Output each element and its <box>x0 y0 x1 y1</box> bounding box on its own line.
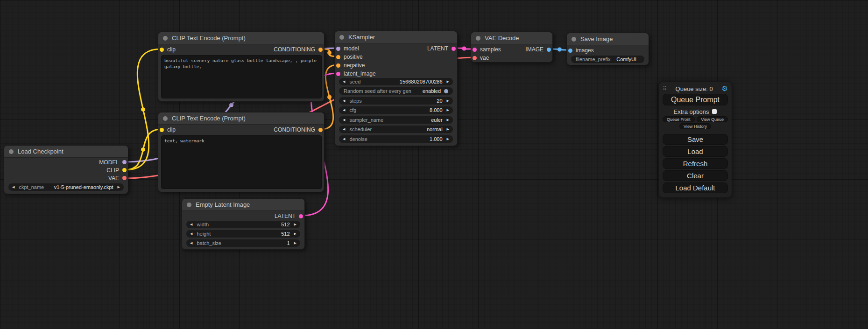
decrement-arrow-icon[interactable]: ◀ <box>343 127 345 131</box>
output-slot-model[interactable]: MODEL <box>4 158 128 166</box>
increment-arrow-icon[interactable]: ▶ <box>118 185 120 189</box>
increment-arrow-icon[interactable]: ▶ <box>447 137 449 141</box>
increment-arrow-icon[interactable]: ▶ <box>447 99 449 103</box>
queue-front-button[interactable]: Queue Front <box>663 116 695 122</box>
clear-button[interactable]: Clear <box>663 170 728 181</box>
prompt-textarea[interactable]: beautiful scenery nature glass bottle la… <box>161 55 322 98</box>
widget-filename-prefix[interactable]: filename_prefix ComfyUI <box>571 56 644 63</box>
increment-arrow-icon[interactable]: ▶ <box>294 232 296 236</box>
node-ksampler[interactable]: KSampler model LATENT positive negative … <box>334 31 458 146</box>
output-dot-clip[interactable] <box>122 168 127 172</box>
decrement-arrow-icon[interactable]: ◀ <box>190 232 192 236</box>
increment-arrow-icon[interactable]: ▶ <box>447 80 449 84</box>
widget-height[interactable]: ◀ height 512 ▶ <box>186 230 300 238</box>
input-dot-positive[interactable] <box>336 55 340 59</box>
widget-scheduler[interactable]: ◀ scheduler normal ▶ <box>339 126 453 133</box>
input-dot-vae[interactable] <box>473 56 477 60</box>
input-dot-latent-image[interactable] <box>336 72 340 76</box>
load-button[interactable]: Load <box>663 146 728 157</box>
output-dot-latent[interactable] <box>452 47 456 51</box>
prompt-textarea[interactable]: text, watermark <box>161 135 322 189</box>
input-dot-clip[interactable] <box>160 128 164 132</box>
input-slot-positive[interactable]: positive <box>335 53 457 61</box>
output-slot-clip[interactable]: CLIP <box>4 166 128 174</box>
collapse-toggle-icon[interactable] <box>9 149 14 154</box>
output-slot-conditioning[interactable]: CONDITIONING <box>274 126 324 134</box>
node-clip-text-encode-positive[interactable]: CLIP Text Encode (Prompt) clip CONDITION… <box>158 32 325 102</box>
node-title-bar[interactable]: Load Checkpoint <box>4 146 128 158</box>
increment-arrow-icon[interactable]: ▶ <box>447 118 449 122</box>
wire-midpoint-dot[interactable] <box>557 48 562 52</box>
input-dot-model[interactable] <box>336 47 340 51</box>
node-load-checkpoint[interactable]: Load Checkpoint MODEL CLIP VAE ◀ ckpt_na… <box>4 145 128 194</box>
output-slot-image[interactable]: IMAGE <box>525 45 552 54</box>
node-title-bar[interactable]: Save Image <box>567 33 649 45</box>
decrement-arrow-icon[interactable]: ◀ <box>190 223 192 226</box>
wire-midpoint-dot[interactable] <box>141 147 145 152</box>
decrement-arrow-icon[interactable]: ◀ <box>343 118 345 122</box>
output-dot-image[interactable] <box>547 48 551 52</box>
decrement-arrow-icon[interactable]: ◀ <box>343 108 345 112</box>
input-slot-latent-image[interactable]: latent_image <box>335 70 457 78</box>
toggle-knob[interactable] <box>444 89 448 93</box>
increment-arrow-icon[interactable]: ▶ <box>294 241 296 245</box>
view-queue-button[interactable]: View Queue <box>697 116 728 122</box>
collapse-toggle-icon[interactable] <box>339 35 344 40</box>
widget-sampler-name[interactable]: ◀ sampler_name euler ▶ <box>339 116 453 124</box>
collapse-toggle-icon[interactable] <box>476 36 480 41</box>
collapse-toggle-icon[interactable] <box>163 36 168 41</box>
view-history-button[interactable]: View History <box>679 123 711 129</box>
wire-midpoint-dot[interactable] <box>229 103 233 107</box>
output-slot-vae[interactable]: VAE <box>4 174 128 182</box>
node-title-bar[interactable]: CLIP Text Encode (Prompt) <box>158 112 324 125</box>
extra-options-checkbox[interactable] <box>712 109 717 114</box>
output-dot-vae[interactable] <box>122 176 127 180</box>
collapse-toggle-icon[interactable] <box>163 116 168 121</box>
input-slot-clip[interactable]: clip <box>158 126 176 134</box>
node-title-bar[interactable]: Empty Latent Image <box>182 199 304 211</box>
increment-arrow-icon[interactable]: ▶ <box>294 223 296 226</box>
load-default-button[interactable]: Load Default <box>663 182 728 193</box>
queue-prompt-button[interactable]: Queue Prompt <box>663 94 728 105</box>
output-slot-conditioning[interactable]: CONDITIONING <box>274 45 324 54</box>
decrement-arrow-icon[interactable]: ◀ <box>190 241 192 245</box>
settings-gear-icon[interactable]: ⚙ <box>722 84 728 93</box>
input-slot-model[interactable]: model <box>335 44 359 53</box>
input-slot-samples[interactable]: samples <box>471 45 501 54</box>
collapse-toggle-icon[interactable] <box>572 37 576 42</box>
input-slot-negative[interactable]: negative <box>335 61 457 70</box>
wire-midpoint-dot[interactable] <box>327 51 332 55</box>
decrement-arrow-icon[interactable]: ◀ <box>343 99 345 103</box>
output-dot-model[interactable] <box>122 160 127 164</box>
refresh-button[interactable]: Refresh <box>663 158 728 169</box>
widget-seed[interactable]: ◀ seed 156680208700286 ▶ <box>339 78 453 85</box>
wire-midpoint-dot[interactable] <box>141 107 145 112</box>
widget-random-seed-toggle[interactable]: Random seed after every gen enabled <box>339 87 453 95</box>
panel-drag-handle-icon[interactable]: ⠿ <box>663 85 667 92</box>
wire-midpoint-dot[interactable] <box>327 95 332 99</box>
decrement-arrow-icon[interactable]: ◀ <box>343 137 345 141</box>
graph-canvas[interactable]: Load Checkpoint MODEL CLIP VAE ◀ ckpt_na… <box>0 0 868 329</box>
output-slot-latent[interactable]: LATENT <box>182 212 304 220</box>
input-slot-clip[interactable]: clip <box>158 45 176 54</box>
output-dot-conditioning[interactable] <box>318 128 323 132</box>
output-dot-latent[interactable] <box>299 214 303 218</box>
save-button[interactable]: Save <box>663 134 728 145</box>
input-slot-images[interactable]: images <box>567 46 649 55</box>
input-slot-vae[interactable]: vae <box>471 54 552 62</box>
widget-width[interactable]: ◀ width 512 ▶ <box>186 221 300 228</box>
node-title-bar[interactable]: KSampler <box>335 31 457 43</box>
node-clip-text-encode-negative[interactable]: CLIP Text Encode (Prompt) clip CONDITION… <box>158 112 325 192</box>
decrement-arrow-icon[interactable]: ◀ <box>343 80 345 84</box>
collapse-toggle-icon[interactable] <box>187 203 191 207</box>
node-empty-latent-image[interactable]: Empty Latent Image LATENT ◀ width 512 ▶ … <box>182 198 305 250</box>
widget-cfg[interactable]: ◀ cfg 8.000 ▶ <box>339 106 453 114</box>
increment-arrow-icon[interactable]: ▶ <box>447 127 449 131</box>
output-slot-latent[interactable]: LATENT <box>427 44 457 53</box>
widget-steps[interactable]: ◀ steps 20 ▶ <box>339 97 453 105</box>
input-dot-clip[interactable] <box>160 48 164 52</box>
widget-denoise[interactable]: ◀ denoise 1.000 ▶ <box>339 135 453 143</box>
node-vae-decode[interactable]: VAE Decode samples IMAGE vae <box>471 32 553 63</box>
wire-midpoint-dot[interactable] <box>462 47 466 51</box>
input-dot-samples[interactable] <box>473 48 477 52</box>
